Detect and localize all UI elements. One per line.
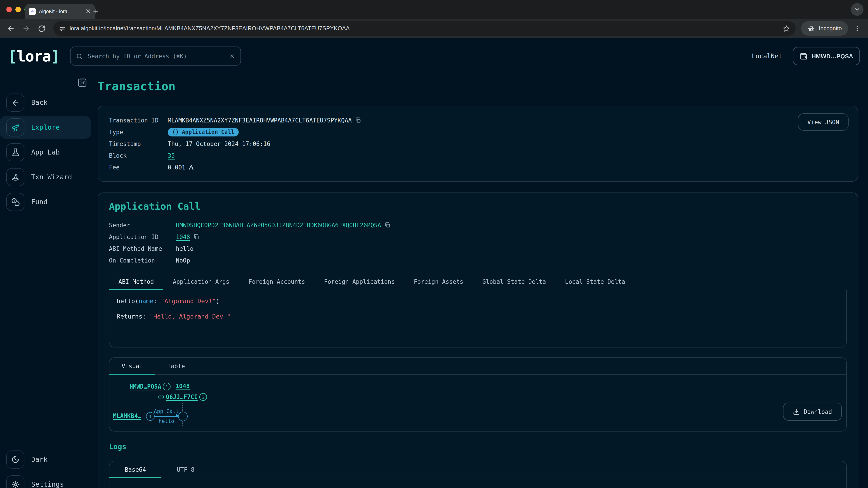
copy-icon[interactable]	[355, 117, 361, 123]
visual-subcard: Visual Table HMWD…PQSA 1 1048	[109, 357, 847, 431]
tab-title: AlgoKit - lora	[39, 8, 82, 14]
tab-global-state-delta[interactable]: Global State Delta	[473, 273, 556, 290]
tab-utf8[interactable]: UTF-8	[161, 461, 210, 478]
application-id-link[interactable]: 1048	[176, 233, 190, 240]
graph-row-label: MLAMKB4…	[113, 413, 141, 419]
new-tab-button[interactable]	[92, 8, 99, 15]
forward-button[interactable]	[20, 22, 33, 35]
coins-icon	[6, 193, 24, 211]
algo-currency-icon	[188, 164, 194, 170]
tab-close-icon[interactable]	[85, 8, 91, 14]
row-label: Sender	[109, 222, 176, 228]
tab-visual[interactable]: Visual	[110, 358, 155, 374]
sidebar-item-back[interactable]: Back	[0, 91, 91, 114]
browser-menu-button[interactable]	[851, 22, 864, 35]
wallet-address: HMWD…PQSA	[812, 53, 853, 59]
arrow-label-type: App Call	[154, 408, 179, 414]
visual-tabs: Visual Table	[110, 358, 846, 375]
tab-foreign-assets[interactable]: Foreign Assets	[404, 273, 473, 290]
abi-method-signature: hello(name: "Algorand Dev!")	[117, 297, 839, 304]
download-button[interactable]: Download	[783, 402, 842, 421]
sidebar-item-label: Back	[31, 98, 48, 107]
arrow-left-icon	[7, 24, 15, 33]
application-id-row: Application ID 1048	[109, 231, 847, 242]
lora-logo[interactable]: [lora]	[8, 47, 59, 65]
transaction-graph: HMWD…PQSA 1 1048 O6JJ…F7CI 2 MLAMKB4…	[110, 375, 846, 431]
param-name: name	[139, 297, 153, 304]
transaction-id-row: Transaction ID MLAMKB4ANXZ5NA2XY7ZNF3EAI…	[109, 114, 847, 126]
arrow-label-method: hello	[158, 418, 174, 424]
row-label: Type	[109, 129, 168, 135]
sidebar-item-explore[interactable]: Explore	[0, 116, 91, 139]
on-completion-row: On Completion NoOp	[109, 254, 847, 266]
transaction-type-badge: ()Application Call	[168, 128, 239, 136]
graph-account-header: HMWD…PQSA 1	[129, 383, 171, 390]
account-link[interactable]: HMWD…PQSA	[129, 383, 161, 390]
reload-icon	[38, 25, 45, 32]
copy-icon[interactable]	[193, 234, 199, 240]
tab-application-args[interactable]: Application Args	[163, 273, 239, 290]
tab-table[interactable]: Table	[155, 358, 197, 374]
param-value: "Algorand Dev!"	[161, 297, 216, 304]
block-row: Block 35	[109, 150, 847, 161]
sidebar-item-settings[interactable]: Settings	[0, 473, 91, 488]
tab-local-state-delta[interactable]: Local State Delta	[556, 273, 635, 290]
chevron-down-icon	[854, 6, 860, 13]
sidebar-item-app-lab[interactable]: App Lab	[0, 141, 91, 164]
timestamp-row: Timestamp Thu, 17 October 2024 17:06:16	[109, 138, 847, 150]
copy-icon[interactable]	[384, 222, 391, 228]
arrow-right-icon	[22, 24, 30, 33]
sidebar-item-txn-wizard[interactable]: Txn Wizard	[0, 166, 91, 188]
block-link[interactable]: 35	[168, 152, 175, 159]
download-icon	[793, 408, 800, 415]
logo-bracket-close: ]	[51, 47, 59, 65]
tab-search-button[interactable]	[851, 3, 864, 16]
wizard-hat-icon	[6, 168, 24, 186]
tab-foreign-accounts[interactable]: Foreign Accounts	[239, 273, 314, 290]
abi-method-name-row: ABI Method Name hello	[109, 242, 847, 254]
graph-application-header: 1048	[176, 383, 190, 390]
search-box[interactable]	[70, 46, 241, 66]
incognito-badge: Incognito	[801, 21, 848, 36]
app-call-glyph: ()	[172, 129, 179, 135]
group-link[interactable]: O6JJ…F7CI	[166, 394, 198, 400]
minimize-window-button[interactable]	[16, 7, 21, 12]
tab-favicon-icon: ak	[29, 8, 36, 15]
close-window-button[interactable]	[6, 7, 12, 12]
address-bar[interactable]: lora.algokit.io/localnet/transaction/MLA…	[53, 21, 796, 36]
sidebar-collapse-button[interactable]	[77, 78, 87, 88]
transaction-link[interactable]: MLAMKB4…	[113, 413, 141, 419]
wallet-button[interactable]: HMWD…PQSA	[793, 47, 860, 65]
clear-search-icon[interactable]	[229, 53, 235, 59]
sidebar-nav: Back Explore App Lab	[0, 91, 91, 216]
app-header: [lora] LocalNet HMWD…PQSA	[0, 38, 868, 74]
telescope-icon	[6, 119, 24, 136]
sidebar-item-fund[interactable]: Fund	[0, 191, 91, 213]
sidebar-item-label: App Lab	[31, 148, 60, 156]
tab-base64[interactable]: Base64	[110, 461, 161, 478]
on-completion-value: NoOp	[176, 257, 190, 264]
fee-value: 0.001	[168, 164, 185, 170]
logs-tabs: Base64 UTF-8	[110, 461, 846, 478]
reload-button[interactable]	[35, 22, 48, 35]
logs-title: Logs	[109, 442, 847, 451]
view-json-button[interactable]: View JSON	[798, 113, 848, 131]
sidebar-item-theme-dark[interactable]: Dark	[0, 448, 91, 471]
tab-abi-method[interactable]: ABI Method	[109, 273, 163, 290]
application-node	[178, 412, 188, 421]
bookmark-star-icon[interactable]	[783, 25, 790, 32]
tab-foreign-applications[interactable]: Foreign Applications	[315, 273, 404, 290]
sidebar-item-label: Settings	[31, 480, 64, 488]
app-call-tabs: ABI Method Application Args Foreign Acco…	[109, 273, 847, 290]
sender-link[interactable]: HMWDSHQCOPD2T36WBAHLAZ6PO5GDJJZBN4D2TODK…	[176, 222, 381, 228]
application-link[interactable]: 1048	[176, 383, 190, 390]
logo-text: lora	[17, 47, 51, 65]
type-row: Type ()Application Call	[109, 126, 847, 138]
browser-tab[interactable]: ak AlgoKit - lora	[25, 4, 95, 19]
sidebar-item-label: Explore	[31, 123, 60, 131]
site-controls-icon[interactable]	[59, 25, 66, 32]
search-input[interactable]	[87, 52, 225, 60]
back-button[interactable]	[4, 22, 17, 35]
log-value: FR98dQAUSGVsbG8sIEFsZ29yYW5kIERldiE=	[131, 487, 264, 488]
row-label: Fee	[109, 164, 168, 170]
